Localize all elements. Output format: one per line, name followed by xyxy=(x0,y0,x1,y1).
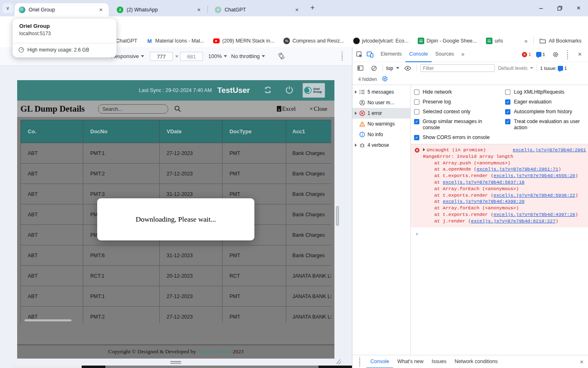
console-sidebar-item[interactable]: No warnings xyxy=(352,119,410,129)
expand-triangle-icon[interactable] xyxy=(423,148,425,151)
stack-source-link[interactable]: exceljs.js?v=87e79b4d:5937:18 xyxy=(443,180,524,185)
bookmark-item[interactable]: MMaterial Icons - Mat... xyxy=(146,38,204,44)
console-setting-checkbox[interactable]: Hide network xyxy=(414,89,499,95)
table-row[interactable]: ABTPMT:227-12-2023PMTBank Charges xyxy=(20,164,331,184)
devtools-tab-console[interactable]: Console xyxy=(405,47,432,62)
stack-source-link[interactable]: exceljs.js?v=87e79b4d:2961:71 xyxy=(477,166,558,172)
console-sidebar-item[interactable]: 4 verbose xyxy=(352,140,410,150)
stack-source-link[interactable]: exceljs.js?v=87e79b4d:4397:26 xyxy=(494,212,575,217)
bookmarks-overflow-chevron[interactable]: » xyxy=(524,38,528,44)
console-filter-input[interactable] xyxy=(420,64,495,72)
stack-source-link[interactable]: exceljs.js?v=87e79b4d:5936:22 xyxy=(494,193,575,198)
drawer-tab-what-s-new[interactable]: What's new xyxy=(393,355,428,368)
drawer-tab-console[interactable]: Console xyxy=(366,355,393,368)
all-bookmarks-button[interactable]: All Bookmarks xyxy=(539,38,581,44)
table-row[interactable]: ABTRCT:120-12-2023RCTJANATA BANK LIM xyxy=(20,266,331,286)
table-row[interactable]: ABTPMT:127-12-2023PMTJANATA BANK LIM xyxy=(20,286,331,307)
console-sidebar-item[interactable]: No info xyxy=(352,129,410,140)
stack-source-link[interactable]: exceljs.js?v=87e79b4d:4555:26 xyxy=(494,173,575,178)
refresh-icon[interactable] xyxy=(263,85,273,97)
table-row[interactable]: ABTPMT:127-12-2023PMTBank Charges xyxy=(20,143,331,164)
console-sidebar-toggle-icon[interactable] xyxy=(355,63,365,74)
tab-close-icon[interactable]: × xyxy=(97,6,105,13)
window-restore-button[interactable] xyxy=(550,0,569,16)
issues-counter[interactable]: 1 Issue: 1 xyxy=(540,66,567,71)
search-input[interactable] xyxy=(98,104,168,114)
devtools-close-icon[interactable]: × xyxy=(575,49,585,60)
error-count-badge[interactable]: ✕1 xyxy=(522,52,531,57)
console-sidebar-item[interactable]: 5 messages xyxy=(352,87,410,97)
error-source-link[interactable]: exceljs.js?v=87e79b4d:2961 xyxy=(513,147,586,153)
column-header[interactable]: DocType xyxy=(222,120,286,143)
console-setting-checkbox[interactable]: ✓Treat code evaluation as user action xyxy=(505,119,586,131)
inspect-element-icon[interactable] xyxy=(354,49,365,60)
devtools-tab-elements[interactable]: Elements xyxy=(377,47,405,62)
column-header[interactable]: Co. xyxy=(20,120,83,143)
bookmark-item[interactable]: urls xyxy=(486,38,503,44)
console-setting-checkbox[interactable]: Selected context only xyxy=(414,109,499,115)
console-setting-checkbox[interactable]: ✓Eager evaluation xyxy=(505,99,586,105)
bookmark-item[interactable]: Dipin - Google Shee... xyxy=(418,38,477,44)
console-setting-checkbox[interactable]: ✓Show CORS errors in console xyxy=(414,135,499,141)
tab-close-icon[interactable]: × xyxy=(293,6,301,13)
device-height-input[interactable] xyxy=(180,52,203,61)
device-toolbar-toggle-icon[interactable] xyxy=(365,49,375,60)
table-cell: PMT:2 xyxy=(83,307,159,323)
device-throttling-select[interactable]: No throttling xyxy=(231,53,265,59)
console-sidebar-item[interactable]: 1 error xyxy=(352,108,410,119)
devtools-tab-sources[interactable]: Sources xyxy=(432,47,458,62)
console-setting-checkbox[interactable]: Preserve log xyxy=(414,99,499,105)
window-minimize-button[interactable]: – xyxy=(532,0,550,16)
eye-icon[interactable] xyxy=(403,63,413,74)
tab-oriel-group[interactable]: Oriel Group × xyxy=(15,3,109,16)
console-setting-checkbox[interactable]: ✓Autocomplete from history xyxy=(505,109,586,115)
window-close-button[interactable]: × xyxy=(569,0,588,16)
tab-chatgpt[interactable]: ChatGPT × xyxy=(211,3,305,16)
column-header[interactable]: DocNo xyxy=(83,120,159,143)
table-row[interactable]: ABTPMT:631-12-2023PMTBank Charges xyxy=(20,245,331,266)
bookmark-item[interactable]: ▶(209) MERN Stack in... xyxy=(213,38,274,44)
viewport-resize-handle[interactable] xyxy=(170,361,181,364)
console-prompt-chevron[interactable]: › xyxy=(411,227,588,237)
tab-close-icon[interactable]: × xyxy=(195,6,203,13)
filter-settings-gear-icon[interactable] xyxy=(382,76,388,83)
close-report-button[interactable]: × Close xyxy=(310,105,327,112)
viewport-vertical-scrollbar[interactable] xyxy=(336,206,339,226)
console-setting-checkbox[interactable]: Log XMLHttpRequests xyxy=(505,89,586,95)
bottom-scrollbar-thumb[interactable] xyxy=(11,366,82,368)
new-tab-button[interactable]: + xyxy=(310,4,315,12)
drawer-tab-issues[interactable]: Issues xyxy=(428,355,450,368)
table-horizontal-scrollbar[interactable] xyxy=(24,319,71,321)
export-excel-button[interactable]: x Excel xyxy=(277,105,296,112)
table-cell: ABT xyxy=(20,225,83,245)
column-header[interactable]: VDate xyxy=(159,120,222,143)
column-header[interactable]: Acc1 xyxy=(286,120,331,143)
stack-source-link[interactable]: exceljs.js?v=87e79b4d:6219:227 xyxy=(471,218,555,224)
console-setting-checkbox[interactable]: ✓Group similar messages in console xyxy=(414,119,499,131)
console-sidebar-item[interactable]: No user m... xyxy=(352,97,410,108)
tab-search-button[interactable]: ∨ xyxy=(2,3,13,13)
bookmark-item[interactable]: %Compress and Resiz... xyxy=(283,38,344,44)
devtools-settings-gear-icon[interactable] xyxy=(550,49,561,60)
log-levels-select[interactable]: Default levels xyxy=(498,65,533,71)
drawer-close-icon[interactable]: × xyxy=(580,358,588,365)
drawer-tab-network-conditions[interactable]: Network conditions xyxy=(450,355,502,368)
device-toolbar-menu-icon[interactable]: ⋮⋮⋮ xyxy=(339,53,345,59)
device-width-input[interactable] xyxy=(150,52,173,61)
power-logout-icon[interactable] xyxy=(285,85,294,96)
search-icon[interactable] xyxy=(174,105,181,114)
devtools-more-tabs-chevron[interactable]: » xyxy=(458,47,468,62)
rotate-device-icon[interactable] xyxy=(277,52,286,62)
checkbox-icon xyxy=(414,90,419,95)
console-context-select[interactable]: top xyxy=(386,65,399,71)
bookmark-item[interactable]: jvlcode/jvlcart: Eco... xyxy=(353,38,409,44)
stack-source-link[interactable]: exceljs.js?v=87e79b4d:4398:20 xyxy=(443,199,524,204)
drawer-menu-icon[interactable]: ⋮⋮⋮ xyxy=(356,359,363,365)
devtools-menu-icon[interactable]: ⋮⋮⋮ xyxy=(566,49,570,60)
clear-console-icon[interactable] xyxy=(369,63,379,74)
device-zoom-select[interactable]: 100% xyxy=(208,53,227,59)
message-count-badge[interactable]: 1 xyxy=(536,52,545,57)
bookmark-label: ChatGPT xyxy=(116,38,137,44)
tab-whatsapp[interactable]: 2 (2) WhatsApp × xyxy=(113,3,207,16)
sang-solutions-link[interactable]: Sang Solutions xyxy=(198,348,231,355)
